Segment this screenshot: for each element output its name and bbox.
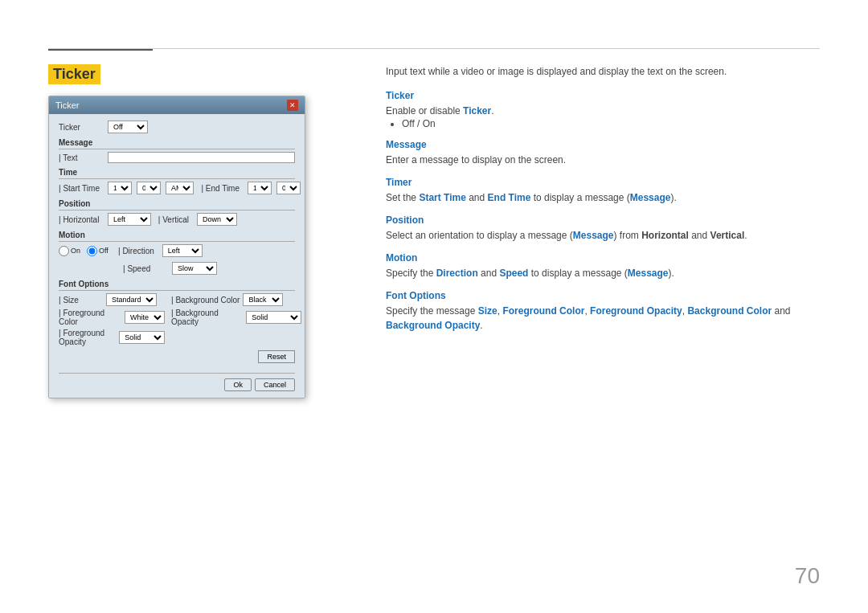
motion-row: On Off | Direction Left Right xyxy=(59,244,295,257)
bg-color-select[interactable]: Black White xyxy=(243,293,283,306)
position-row: | Horizontal Left Right Center | Vertica… xyxy=(59,213,295,226)
reset-button[interactable]: Reset xyxy=(258,350,295,363)
help-ticker-heading: Ticker xyxy=(386,90,820,101)
help-position-desc: Select an orientation to display a messa… xyxy=(386,228,820,243)
help-ticker-desc: Enable or disable Ticker. xyxy=(386,104,820,118)
end-time-label: | End Time xyxy=(199,184,243,193)
time-row: | Start Time 12 00 AM PM | End Time xyxy=(59,182,295,194)
horizontal-label: | Horizontal xyxy=(59,215,103,224)
fg-opacity-select[interactable]: Solid Translucent xyxy=(119,331,165,344)
help-font-desc: Specify the message Size, Foreground Col… xyxy=(386,304,820,333)
bg-opacity-label: | Background Opacity xyxy=(171,309,243,326)
dialog-button-row: Ok Cancel xyxy=(59,373,295,391)
fg-opacity-row: | Foreground Opacity Solid Translucent xyxy=(59,329,165,346)
speed-select[interactable]: Slow Normal Fast xyxy=(172,262,217,275)
ticker-options-list: Off / On xyxy=(402,118,820,129)
end-hour-select[interactable]: 12 xyxy=(248,182,272,194)
fg-color-row: | Foreground Color White Black xyxy=(59,309,165,326)
motion-dir: Direction xyxy=(436,268,478,279)
dialog-title: Ticker xyxy=(55,100,80,110)
ok-button[interactable]: Ok xyxy=(224,378,252,391)
motion-group: Motion On Off | Direction xyxy=(59,231,295,275)
right-column: Input text while a video or image is dis… xyxy=(386,64,820,398)
page-number: 70 xyxy=(795,563,820,589)
help-motion: Motion Specify the Direction and Speed t… xyxy=(386,252,820,280)
text-input[interactable] xyxy=(108,152,295,163)
time-section-label: Time xyxy=(59,168,295,179)
size-label: | Size xyxy=(59,296,103,304)
motion-spd: Speed xyxy=(499,268,528,279)
help-position: Position Select an orientation to displa… xyxy=(386,215,820,243)
motion-section-label: Motion xyxy=(59,231,295,242)
direction-label: | Direction xyxy=(113,247,158,255)
start-min-select[interactable]: 00 xyxy=(137,182,161,194)
direction-select[interactable]: Left Right xyxy=(162,244,203,257)
bg-color-row: | Background Color Black White xyxy=(171,293,301,306)
size-row: | Size Standard Large Small xyxy=(59,293,165,306)
ticker-row: Ticker Off On xyxy=(59,121,295,133)
help-message: Message Enter a message to display on th… xyxy=(386,139,820,167)
help-motion-heading: Motion xyxy=(386,252,820,264)
ticker-select[interactable]: Off On xyxy=(108,121,148,133)
dialog-close-button[interactable]: ✕ xyxy=(287,100,298,111)
font-section-label: Font Options xyxy=(59,280,295,291)
motion-on-label: On xyxy=(71,247,80,255)
timer-msg: Message xyxy=(630,192,671,203)
position-section-label: Position xyxy=(59,199,295,210)
help-font-heading: Font Options xyxy=(386,290,820,301)
pos-horiz: Horizontal xyxy=(641,230,689,241)
size-select[interactable]: Standard Large Small xyxy=(106,293,157,306)
font-fg: Foreground Color xyxy=(502,305,584,317)
start-ampm-select[interactable]: AM PM xyxy=(166,182,194,194)
speed-label: | Speed xyxy=(123,264,167,273)
start-time-label: | Start Time xyxy=(59,184,103,193)
start-hour-select[interactable]: 12 xyxy=(108,182,132,194)
vertical-label: | Vertical xyxy=(156,215,192,224)
font-options-group: Font Options | Size Standard Large Small… xyxy=(59,280,295,368)
intro-text: Input text while a video or image is dis… xyxy=(386,64,820,79)
motion-off-label: Off xyxy=(99,247,108,255)
bg-opacity-select[interactable]: Solid Translucent xyxy=(246,311,301,324)
motion-off-option[interactable]: Off xyxy=(87,246,108,256)
font-size: Size xyxy=(478,305,497,317)
font-bg: Background Color xyxy=(687,305,772,317)
help-motion-desc: Specify the Direction and Speed to displ… xyxy=(386,266,820,280)
bg-color-label: | Background Color xyxy=(171,296,240,304)
help-position-heading: Position xyxy=(386,215,820,226)
ticker-dialog: Ticker ✕ Ticker Off On Message | Text xyxy=(48,96,305,398)
dialog-titlebar: Ticker ✕ xyxy=(49,96,305,114)
end-min-select[interactable]: 00 xyxy=(276,182,301,194)
motion-off-radio[interactable] xyxy=(87,246,97,256)
pos-vert: Vertical xyxy=(710,230,745,241)
pos-msg: Message xyxy=(573,230,614,241)
position-group: Position | Horizontal Left Right Center … xyxy=(59,199,295,226)
time-group: Time | Start Time 12 00 AM PM | xyxy=(59,168,295,194)
help-timer-desc: Set the Start Time and End Time to displ… xyxy=(386,190,820,205)
timer-start: Start Time xyxy=(419,192,465,203)
top-border xyxy=(48,48,820,49)
message-section-label: Message xyxy=(59,138,295,149)
help-ticker: Ticker Enable or disable Ticker. Off / O… xyxy=(386,90,820,129)
font-options-grid: | Size Standard Large Small | Background… xyxy=(59,293,295,346)
fg-color-select[interactable]: White Black xyxy=(125,311,165,324)
help-message-desc: Enter a message to display on the screen… xyxy=(386,153,820,167)
horizontal-select[interactable]: Left Right Center xyxy=(108,213,151,226)
ticker-label: Ticker xyxy=(59,123,103,132)
motion-on-radio[interactable] xyxy=(59,246,69,256)
cancel-button[interactable]: Cancel xyxy=(255,378,295,391)
text-row: | Text xyxy=(59,152,295,163)
help-font: Font Options Specify the message Size, F… xyxy=(386,290,820,333)
ticker-bold: Ticker xyxy=(463,105,491,116)
motion-on-option[interactable]: On xyxy=(59,246,80,256)
motion-radio-group: On Off xyxy=(59,246,108,256)
left-column: Ticker Ticker ✕ Ticker Off On Message xyxy=(48,64,354,398)
ticker-option-item: Off / On xyxy=(402,118,820,129)
dialog-body: Ticker Off On Message | Text Ti xyxy=(49,114,305,398)
help-timer: Timer Set the Start Time and End Time to… xyxy=(386,177,820,205)
message-group: Message | Text xyxy=(59,138,295,163)
help-timer-heading: Timer xyxy=(386,177,820,188)
help-message-heading: Message xyxy=(386,139,820,150)
font-bg-op: Background Opacity xyxy=(386,320,480,331)
ticker-option-text: Off / On xyxy=(402,118,436,129)
vertical-select[interactable]: Down Up xyxy=(197,213,237,226)
